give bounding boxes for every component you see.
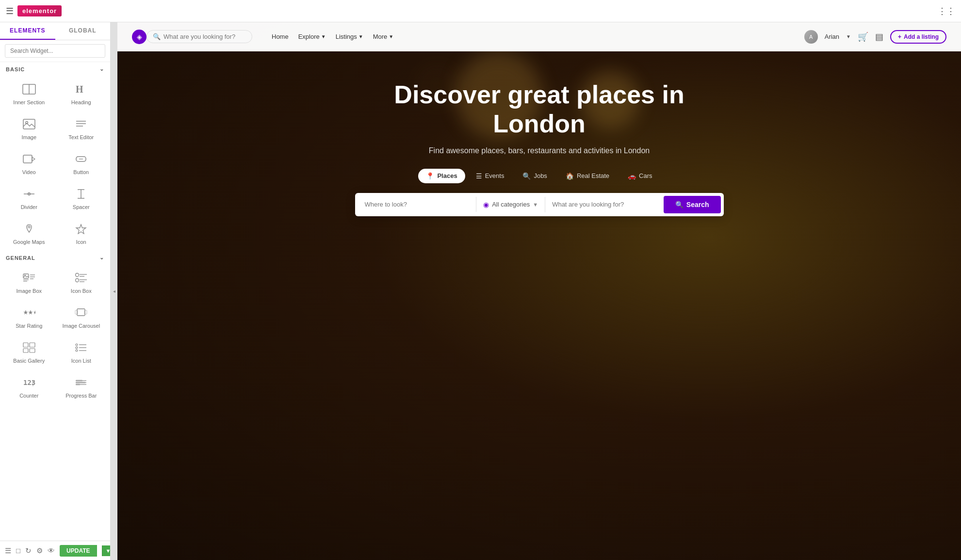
search-where-input[interactable] bbox=[358, 197, 477, 212]
widget-image-box[interactable]: Image Box bbox=[3, 265, 55, 300]
nav-username: Arian bbox=[825, 33, 839, 40]
divider-icon bbox=[23, 189, 35, 201]
widget-text-editor[interactable]: Text Editor bbox=[55, 111, 108, 146]
icon-widget-icon bbox=[75, 224, 87, 236]
preview-icon[interactable]: 👁 bbox=[48, 546, 55, 555]
nav-chevron: ▼ bbox=[846, 34, 851, 39]
update-button[interactable]: UPDATE bbox=[60, 545, 97, 557]
hero-subtitle: Find awesome places, bars, restaurants a… bbox=[429, 146, 650, 155]
image-carousel-icon bbox=[75, 307, 87, 320]
search-input[interactable] bbox=[5, 44, 105, 58]
hamburger-bottom-icon[interactable]: ☰ bbox=[5, 546, 11, 555]
widget-google-maps[interactable]: Google Maps bbox=[3, 216, 55, 251]
nav-cart-icon[interactable]: 🛒 bbox=[858, 32, 868, 42]
real-estate-icon: 🏠 bbox=[566, 172, 574, 180]
widget-icon[interactable]: Icon bbox=[55, 216, 108, 251]
widget-video[interactable]: Video bbox=[3, 146, 55, 181]
widget-image-carousel[interactable]: Image Carousel bbox=[55, 300, 108, 335]
svg-marker-9 bbox=[32, 157, 35, 161]
nav-logo-icon: ◈ bbox=[132, 30, 147, 44]
nav-links: Home Explore▼ Listings▼ More▼ bbox=[272, 33, 393, 40]
widget-progress-bar[interactable]: Progress Bar bbox=[55, 369, 108, 404]
widget-icon-list[interactable]: Icon List bbox=[55, 335, 108, 369]
widget-label-text-editor: Text Editor bbox=[68, 134, 94, 140]
sidebar-bottom: ☰ □ ↻ ⚙ 👁 UPDATE ▼ bbox=[0, 541, 110, 560]
hero-title: Discover great places in London bbox=[370, 80, 709, 139]
nav-add-listing-button[interactable]: + Add a listing bbox=[890, 30, 946, 44]
hero-tab-cars[interactable]: 🚗 Cars bbox=[620, 169, 660, 183]
section-header-basic[interactable]: BASIC ⌄ bbox=[0, 62, 110, 76]
svg-rect-34 bbox=[77, 309, 85, 316]
svg-rect-3 bbox=[23, 119, 35, 129]
responsive-icon[interactable]: □ bbox=[16, 546, 20, 555]
widget-basic-gallery[interactable]: Basic Gallery bbox=[3, 335, 55, 369]
widget-star-rating[interactable]: ★★★ ☆☆ Star Rating bbox=[3, 300, 55, 335]
widget-divider[interactable]: Divider bbox=[3, 181, 55, 216]
nav-link-listings[interactable]: Listings▼ bbox=[336, 33, 363, 40]
basic-widgets-grid: Inner Section H Heading Image bbox=[0, 76, 110, 251]
widget-label-image-box: Image Box bbox=[16, 288, 42, 294]
widget-label-icon-list: Icon List bbox=[71, 358, 91, 364]
widget-spacer[interactable]: Spacer bbox=[55, 181, 108, 216]
nav-link-explore[interactable]: Explore▼ bbox=[298, 33, 326, 40]
widget-counter[interactable]: 123| Counter bbox=[3, 369, 55, 404]
widget-label-button: Button bbox=[73, 169, 89, 175]
nav-avatar: A bbox=[804, 30, 818, 44]
svg-point-29 bbox=[76, 279, 79, 282]
hero-tab-places[interactable]: 📍 Places bbox=[418, 169, 465, 183]
nav-screen-icon[interactable]: ▤ bbox=[875, 32, 883, 42]
preview-area: ◈ 🔍 Home Explore▼ Listings▼ More▼ bbox=[117, 22, 961, 560]
hero-tab-jobs[interactable]: 🔍 Jobs bbox=[515, 169, 554, 183]
svg-point-26 bbox=[76, 273, 79, 277]
update-dropdown-button[interactable]: ▼ bbox=[102, 545, 111, 556]
category-chevron: ▼ bbox=[533, 202, 538, 208]
widget-label-star-rating: Star Rating bbox=[16, 323, 42, 329]
widget-label-counter: Counter bbox=[19, 393, 38, 399]
nav-right: A Arian ▼ 🛒 ▤ + Add a listing bbox=[804, 30, 946, 44]
svg-rect-53 bbox=[76, 382, 85, 384]
svg-rect-8 bbox=[23, 155, 32, 163]
elementor-logo: elementor bbox=[17, 5, 62, 16]
section-title-general: GENERAL bbox=[6, 255, 35, 261]
search-button[interactable]: 🔍 Search bbox=[664, 196, 721, 213]
hero-tab-events[interactable]: ☰ Events bbox=[468, 169, 512, 183]
search-keyword-input[interactable] bbox=[545, 197, 664, 212]
svg-text:☆☆: ☆☆ bbox=[23, 309, 33, 315]
widget-label-image-carousel: Image Carousel bbox=[62, 323, 100, 329]
widget-button[interactable]: Button bbox=[55, 146, 108, 181]
nav-logo: ◈ bbox=[132, 30, 147, 44]
sidebar-collapse-tab[interactable]: ◂ bbox=[111, 22, 117, 560]
widget-label-heading: Heading bbox=[71, 99, 91, 105]
widget-heading[interactable]: H Heading bbox=[55, 76, 108, 111]
tab-elements[interactable]: ELEMENTS bbox=[0, 22, 55, 40]
widget-label-icon-box: Icon Box bbox=[71, 288, 92, 294]
widget-label-divider: Divider bbox=[21, 204, 37, 210]
widget-label-spacer: Spacer bbox=[73, 204, 90, 210]
section-collapse-basic[interactable]: ⌄ bbox=[99, 66, 104, 72]
icon-box-icon bbox=[75, 272, 87, 285]
widget-icon-box[interactable]: Icon Box bbox=[55, 265, 108, 300]
section-title-basic: BASIC bbox=[6, 66, 25, 72]
nav-search-input[interactable] bbox=[163, 33, 246, 40]
history-icon[interactable]: ↻ bbox=[25, 546, 32, 555]
settings-icon[interactable]: ⚙ bbox=[36, 546, 43, 555]
svg-rect-40 bbox=[30, 349, 35, 352]
hero-tab-real-estate[interactable]: 🏠 Real Estate bbox=[558, 169, 617, 183]
tab-global[interactable]: GLOBAL bbox=[55, 22, 111, 40]
svg-text:H: H bbox=[76, 84, 83, 95]
widget-image[interactable]: Image bbox=[3, 111, 55, 146]
section-collapse-general[interactable]: ⌄ bbox=[99, 255, 104, 261]
image-box-icon bbox=[23, 272, 35, 285]
grid-icon[interactable]: ⋮⋮ bbox=[938, 6, 955, 16]
search-category-dropdown[interactable]: ◉ All categories ▼ bbox=[476, 197, 545, 212]
button-icon bbox=[75, 154, 87, 166]
nav-link-home[interactable]: Home bbox=[272, 33, 289, 40]
google-maps-icon bbox=[23, 224, 35, 236]
svg-point-45 bbox=[76, 350, 78, 352]
hamburger-icon[interactable]: ☰ bbox=[6, 6, 14, 16]
svg-rect-54 bbox=[76, 384, 80, 385]
widget-inner-section[interactable]: Inner Section bbox=[3, 76, 55, 111]
section-header-general[interactable]: GENERAL ⌄ bbox=[0, 251, 110, 265]
widget-label-inner-section: Inner Section bbox=[13, 99, 45, 105]
nav-link-more[interactable]: More▼ bbox=[373, 33, 394, 40]
